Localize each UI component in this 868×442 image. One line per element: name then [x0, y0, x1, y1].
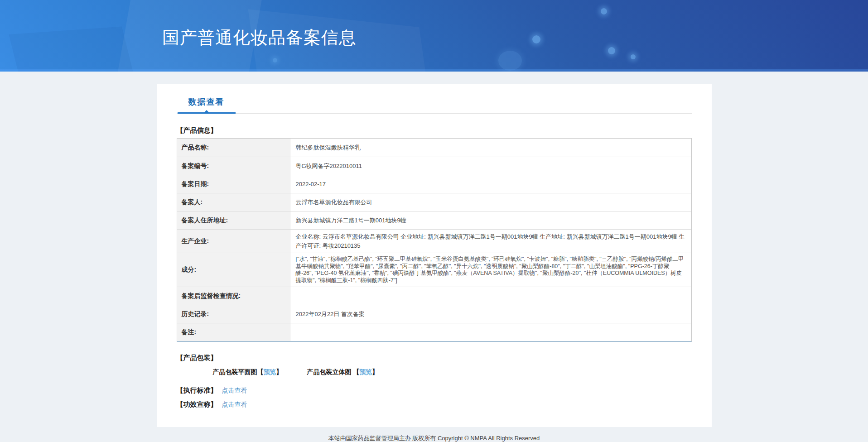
- packaging-flat-suffix: 】: [276, 368, 283, 375]
- row-value: ["水", "甘油", "棕榈酸乙基己酯", "环五聚二甲基硅氧烷", "玉米谷…: [290, 253, 691, 287]
- row-label: 成分:: [177, 253, 290, 287]
- executive-standard-line: 【执行标准】点击查看: [177, 386, 692, 395]
- table-row-registrant: 备案人: 云浮市名草源化妆品有限公司: [177, 193, 691, 211]
- table-row-registrant-address: 备案人住所地址: 新兴县新城镇万洋二路1号一期001地块9幢: [177, 211, 691, 229]
- row-label: 产品名称:: [177, 139, 290, 157]
- footer-copyright: 本站由国家药品监督管理局主办 版权所有 Copyright © NMPA All…: [0, 434, 868, 442]
- executive-standard-title: 【执行标准】: [177, 386, 217, 394]
- glow-dot-decoration: [631, 54, 636, 59]
- tab-data-view[interactable]: 数据查看: [178, 96, 236, 113]
- glow-dot-decoration: [608, 47, 615, 54]
- row-value: [290, 323, 691, 341]
- page-title: 国产普通化妆品备案信息: [162, 26, 357, 49]
- row-label: 生产企业:: [177, 230, 290, 253]
- row-label: 备注:: [177, 323, 290, 341]
- row-label: 历史记录:: [177, 305, 290, 323]
- row-label: 备案编号:: [177, 157, 290, 175]
- product-info-title: 【产品信息】: [177, 126, 692, 135]
- cube-decoration: [9, 27, 140, 72]
- row-label: 备案人:: [177, 193, 290, 211]
- row-value: 韩纪多肽保湿嫩肤精华乳: [290, 139, 691, 157]
- product-info-table: 产品名称: 韩纪多肽保湿嫩肤精华乳 备案编号: 粤G妆网备字2022010011…: [177, 138, 692, 342]
- table-row-history: 历史记录: 2022年02月22日 首次备案: [177, 305, 691, 323]
- tab-active-underline: [178, 112, 236, 114]
- row-value: 2022年02月22日 首次备案: [290, 305, 691, 323]
- row-value: 企业名称: 云浮市名草源化妆品有限公司 企业地址: 新兴县新城镇万洋二路1号一期…: [290, 230, 691, 253]
- table-row-ingredients: 成分: ["水", "甘油", "棕榈酸乙基己酯", "环五聚二甲基硅氧烷", …: [177, 253, 691, 287]
- packaging-stereo-preview-link[interactable]: 预览: [359, 368, 372, 375]
- packaging-flat-label: 产品包装平面图【: [213, 368, 264, 375]
- row-label: 备案人住所地址:: [177, 211, 290, 229]
- product-info-section: 【产品信息】 产品名称: 韩纪多肽保湿嫩肤精华乳 备案编号: 粤G妆网备字202…: [157, 126, 712, 409]
- packaging-stereo-suffix: 】: [372, 368, 378, 375]
- row-value: 粤G妆网备字2022010011: [290, 157, 691, 175]
- table-row-post-record-inspection: 备案后监督检查情况:: [177, 287, 691, 305]
- packaging-stereo-item: 产品包装立体图 【预览】: [307, 368, 378, 376]
- efficacy-claim-line: 【功效宣称】点击查看: [177, 400, 692, 409]
- table-row-record-number: 备案编号: 粤G妆网备字2022010011: [177, 157, 691, 175]
- packaging-flat-item: 产品包装平面图【预览】: [213, 368, 283, 376]
- glow-dot-decoration: [532, 35, 540, 43]
- row-value: 新兴县新城镇万洋二路1号一期001地块9幢: [290, 211, 691, 229]
- efficacy-claim-view-link[interactable]: 点击查看: [222, 401, 247, 408]
- packaging-section-title: 【产品包装】: [177, 354, 692, 362]
- table-row-manufacturer: 生产企业: 企业名称: 云浮市名草源化妆品有限公司 企业地址: 新兴县新城镇万洋…: [177, 229, 691, 253]
- table-row-remarks: 备注:: [177, 323, 691, 341]
- packaging-flat-preview-link[interactable]: 预览: [264, 368, 276, 375]
- tab-data-view-label: 数据查看: [188, 97, 225, 106]
- row-value: [290, 287, 691, 305]
- packaging-line: 产品包装平面图【预览】 产品包装立体图 【预览】: [177, 368, 692, 376]
- glow-dot-decoration: [273, 58, 277, 62]
- table-row-record-date: 备案日期: 2022-02-17: [177, 175, 691, 193]
- page-header: 国产普通化妆品备案信息: [0, 0, 868, 72]
- packaging-stereo-label: 产品包装立体图 【: [307, 368, 359, 375]
- executive-standard-view-link[interactable]: 点击查看: [222, 387, 247, 394]
- tab-caret-icon: [204, 110, 209, 113]
- row-label: 备案后监督检查情况:: [177, 287, 290, 305]
- content-card: 数据查看 【产品信息】 产品名称: 韩纪多肽保湿嫩肤精华乳 备案编号: 粤G妆网…: [157, 84, 712, 427]
- glow-dot-decoration: [498, 51, 522, 71]
- tab-bar: 数据查看: [177, 84, 692, 114]
- row-label: 备案日期:: [177, 175, 290, 193]
- row-value: 2022-02-17: [290, 175, 691, 193]
- row-value: 云浮市名草源化妆品有限公司: [290, 193, 691, 211]
- efficacy-claim-title: 【功效宣称】: [177, 400, 217, 408]
- glow-dot-decoration: [601, 8, 607, 14]
- table-row-product-name: 产品名称: 韩纪多肽保湿嫩肤精华乳: [177, 139, 691, 157]
